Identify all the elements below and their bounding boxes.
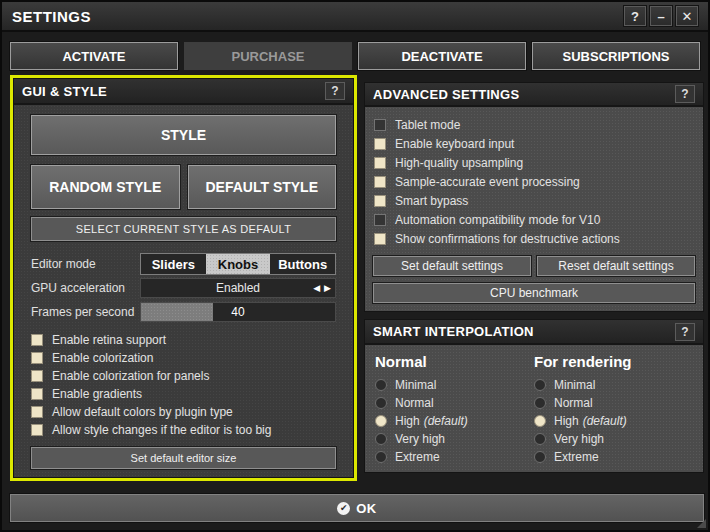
editor-mode-segmented: Sliders Knobs Buttons: [140, 253, 336, 275]
radio-icon[interactable]: [534, 379, 546, 391]
advanced-settings-body: Tablet mode Enable keyboard input High-q…: [365, 107, 703, 311]
checkbox-icon[interactable]: [31, 424, 43, 436]
radio-row-high[interactable]: High (default): [534, 412, 693, 430]
advanced-settings-panel: ADVANCED SETTINGS ? Tablet mode Enable k…: [364, 82, 704, 312]
radio-row-minimal[interactable]: Minimal: [534, 376, 693, 394]
checkbox-icon[interactable]: [374, 157, 386, 169]
tab-deactivate[interactable]: DEACTIVATE: [358, 42, 526, 70]
checkbox-row-keyboard-input[interactable]: Enable keyboard input: [374, 135, 694, 153]
radio-icon[interactable]: [534, 415, 546, 427]
checkbox-row-confirmations[interactable]: Show confirmations for destructive actio…: [374, 230, 694, 248]
radio-row-extreme[interactable]: Extreme: [375, 448, 534, 466]
checkbox-row-tablet-mode[interactable]: Tablet mode: [374, 116, 694, 134]
frames-per-second-slider[interactable]: 40: [140, 302, 336, 322]
radio-row-extreme[interactable]: Extreme: [534, 448, 693, 466]
minimize-button[interactable]: –: [650, 6, 672, 26]
gpu-acceleration-value: Enabled: [216, 281, 260, 295]
radio-icon[interactable]: [534, 451, 546, 463]
radio-icon[interactable]: [375, 451, 387, 463]
checkbox-label: Enable retina support: [52, 333, 166, 347]
editor-mode-label: Editor mode: [31, 257, 140, 271]
radio-row-high[interactable]: High (default): [375, 412, 534, 430]
smart-interpolation-panel: SMART INTERPOLATION ? Normal Minimal Nor…: [364, 319, 704, 473]
check-circle-icon: ✔: [337, 502, 350, 515]
gpu-arrows: ◀ ▶: [313, 279, 331, 297]
default-style-button[interactable]: DEFAULT STYLE: [188, 165, 337, 209]
checkbox-icon[interactable]: [374, 176, 386, 188]
checkbox-row-retina[interactable]: Enable retina support: [31, 331, 336, 348]
close-button[interactable]: ✕: [676, 6, 698, 26]
frames-per-second-label: Frames per second: [31, 305, 140, 319]
gui-style-body: STYLE RANDOM STYLE DEFAULT STYLE SELECT …: [14, 105, 353, 477]
checkbox-label: Allow style changes if the editor is too…: [52, 423, 271, 437]
radio-label: Minimal: [554, 378, 595, 392]
radio-row-minimal[interactable]: Minimal: [375, 376, 534, 394]
advanced-settings-help-button[interactable]: ?: [675, 85, 695, 103]
radio-icon[interactable]: [375, 433, 387, 445]
arrow-left-icon[interactable]: ◀: [313, 283, 320, 293]
smart-interpolation-help-button[interactable]: ?: [675, 323, 695, 341]
checkbox-icon[interactable]: [374, 195, 386, 207]
set-default-settings-button[interactable]: Set default settings: [373, 256, 531, 276]
gpu-acceleration-label: GPU acceleration: [31, 281, 140, 295]
interpolation-column-normal: Normal Minimal Normal High (default) Ver…: [375, 351, 534, 466]
checkbox-row-colorization-panels[interactable]: Enable colorization for panels: [31, 367, 336, 384]
radio-row-very-high[interactable]: Very high: [534, 430, 693, 448]
checkbox-icon[interactable]: [31, 406, 43, 418]
checkbox-icon[interactable]: [31, 334, 43, 346]
radio-row-very-high[interactable]: Very high: [375, 430, 534, 448]
set-default-editor-size-button[interactable]: Set default editor size: [31, 447, 336, 469]
gui-style-header: GUI & STYLE ?: [14, 79, 353, 105]
radio-icon[interactable]: [375, 397, 387, 409]
tab-subscriptions[interactable]: SUBSCRIPTIONS: [532, 42, 700, 70]
radio-label: Very high: [395, 432, 445, 446]
checkbox-row-style-changes[interactable]: Allow style changes if the editor is too…: [31, 421, 336, 438]
radio-row-normal[interactable]: Normal: [534, 394, 693, 412]
arrow-right-icon[interactable]: ▶: [324, 283, 331, 293]
smart-interpolation-header: SMART INTERPOLATION ?: [365, 320, 703, 345]
reset-default-settings-button[interactable]: Reset default settings: [537, 256, 695, 276]
checkbox-icon[interactable]: [374, 119, 386, 131]
help-button[interactable]: ?: [624, 6, 646, 26]
checkbox-label: Enable colorization for panels: [52, 369, 209, 383]
resize-grip[interactable]: [697, 519, 706, 528]
checkbox-row-smart-bypass[interactable]: Smart bypass: [374, 192, 694, 210]
column-heading: Normal: [375, 353, 534, 370]
editor-mode-option-buttons[interactable]: Buttons: [270, 254, 335, 274]
radio-row-normal[interactable]: Normal: [375, 394, 534, 412]
gui-style-panel: GUI & STYLE ? STYLE RANDOM STYLE DEFAULT…: [10, 75, 357, 481]
cpu-benchmark-button[interactable]: CPU benchmark: [373, 283, 695, 303]
gui-style-help-button[interactable]: ?: [325, 82, 345, 100]
radio-icon[interactable]: [375, 415, 387, 427]
checkbox-row-automation-v10[interactable]: Automation compatibility mode for V10: [374, 211, 694, 229]
tab-activate[interactable]: ACTIVATE: [10, 42, 178, 70]
checkbox-icon[interactable]: [31, 388, 43, 400]
checkbox-icon[interactable]: [374, 214, 386, 226]
style-button[interactable]: STYLE: [31, 115, 336, 155]
select-current-style-button[interactable]: SELECT CURRENT STYLE AS DEFAULT: [31, 217, 336, 241]
checkbox-row-sample-accurate[interactable]: Sample-accurate event processing: [374, 173, 694, 191]
checkbox-row-gradients[interactable]: Enable gradients: [31, 385, 336, 402]
radio-icon[interactable]: [534, 433, 546, 445]
checkbox-icon[interactable]: [31, 370, 43, 382]
tab-bar: ACTIVATE PURCHASE DEACTIVATE SUBSCRIPTIO…: [10, 42, 700, 70]
checkbox-row-default-colors[interactable]: Allow default colors by plugin type: [31, 403, 336, 420]
checkbox-icon[interactable]: [374, 233, 386, 245]
checkbox-icon[interactable]: [31, 352, 43, 364]
editor-mode-option-knobs[interactable]: Knobs: [206, 254, 271, 274]
window-title: SETTINGS: [12, 8, 620, 25]
checkbox-label: Show confirmations for destructive actio…: [395, 232, 620, 246]
random-style-button[interactable]: RANDOM STYLE: [31, 165, 180, 209]
smart-interpolation-body: Normal Minimal Normal High (default) Ver…: [365, 345, 703, 472]
checkbox-row-colorization[interactable]: Enable colorization: [31, 349, 336, 366]
radio-note: (default): [424, 414, 468, 428]
gpu-acceleration-dropdown[interactable]: Enabled ◀ ▶: [140, 278, 336, 298]
gui-style-checkbox-list: Enable retina support Enable colorizatio…: [31, 331, 336, 438]
gpu-acceleration-row: GPU acceleration Enabled ◀ ▶: [31, 277, 336, 299]
radio-icon[interactable]: [534, 397, 546, 409]
ok-button[interactable]: ✔ OK: [10, 494, 704, 522]
checkbox-icon[interactable]: [374, 138, 386, 150]
checkbox-row-upsampling[interactable]: High-quality upsampling: [374, 154, 694, 172]
radio-icon[interactable]: [375, 379, 387, 391]
editor-mode-option-sliders[interactable]: Sliders: [141, 254, 206, 274]
